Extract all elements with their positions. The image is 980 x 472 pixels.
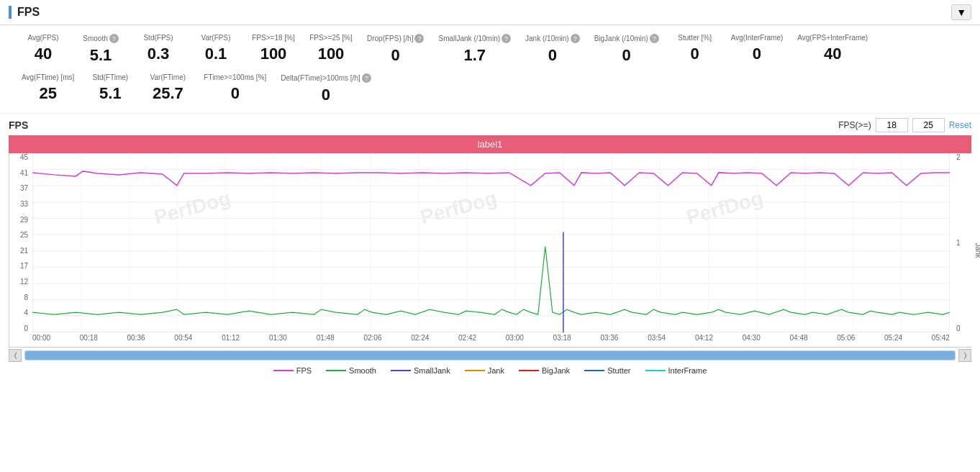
scrollbar-thumb[interactable]	[25, 351, 955, 360]
stat-item-5: FPS>=25 [%]100	[302, 31, 360, 66]
stat-item-0: Avg(FPS)40	[14, 31, 72, 66]
chart-area: label1 PerfDog PerfDog PerfDog 454137332…	[9, 135, 971, 348]
legend-line	[273, 370, 294, 371]
x-tick: 01:30	[269, 334, 287, 347]
dropdown-button[interactable]: ▼	[951, 4, 971, 20]
stat-item-row2-1: Std(FTime)5.1	[81, 71, 139, 106]
stat-item-row2-4: Delta(FTime)>100ms [/h]?0	[273, 71, 378, 107]
legend: FPSSmoothSmallJankJankBigJankStutterInte…	[0, 363, 980, 378]
x-tick: 00:54	[174, 334, 192, 347]
reset-button[interactable]: Reset	[949, 120, 971, 130]
info-icon[interactable]: ?	[109, 34, 119, 43]
x-tick: 05:06	[837, 334, 855, 347]
x-tick: 03:00	[506, 334, 524, 347]
legend-line	[326, 370, 346, 371]
legend-label: BigJank	[542, 366, 570, 375]
stat-item-row2-3: FTime>=100ms [%]0	[196, 71, 273, 106]
x-tick: 01:48	[317, 334, 335, 347]
x-tick: 00:00	[32, 334, 50, 347]
info-icon[interactable]: ?	[650, 34, 659, 43]
legend-item-smooth: Smooth	[326, 366, 376, 375]
x-tick: 01:12	[222, 334, 240, 347]
info-icon[interactable]: ?	[502, 34, 511, 43]
stat-item-7: SmallJank (/10min)?1.7	[431, 31, 518, 68]
info-icon[interactable]: ?	[571, 34, 580, 43]
legend-item-jank: Jank	[465, 366, 504, 375]
x-tick: 00:36	[127, 334, 145, 347]
fps-controls: FPS(>=) Reset	[838, 118, 971, 132]
scrollbar-container: 〈 〉	[9, 349, 971, 362]
legend-line	[584, 370, 604, 371]
legend-line	[391, 370, 411, 371]
fps-gte-label: FPS(>=)	[838, 120, 871, 130]
x-tick: 04:30	[743, 334, 761, 347]
stats-row2: Avg(FTime) [ms]25Std(FTime)5.1Var(FTime)…	[14, 68, 966, 107]
chart-svg	[32, 153, 950, 332]
x-axis: 00:0000:1800:3600:5401:1201:3001:4802:06…	[32, 334, 950, 347]
legend-label: Smooth	[349, 366, 376, 375]
legend-item-interframe: InterFrame	[645, 366, 707, 375]
legend-item-bigjank: BigJank	[519, 366, 570, 375]
stat-item-4: FPS>=18 [%]100	[245, 31, 302, 66]
header: FPS ▼	[0, 0, 980, 25]
stat-item-10: Stutter [%]0	[666, 31, 724, 66]
stats-section: Avg(FPS)40Smooth?5.1Std(FPS)0.3Var(FPS)0…	[0, 25, 980, 114]
x-tick: 02:06	[363, 334, 381, 347]
y-axis-right: 2 1 0	[953, 153, 971, 332]
chart-title: FPS	[9, 119, 28, 131]
y-axis-left: 454137332925211712840	[9, 153, 31, 332]
stat-item-12: Avg(FPS+InterFrame)40	[790, 31, 875, 66]
x-tick: 02:24	[411, 334, 429, 347]
legend-line	[645, 370, 666, 371]
legend-item-fps: FPS	[273, 366, 312, 375]
x-tick: 04:12	[695, 334, 713, 347]
x-tick: 02:42	[458, 334, 476, 347]
legend-label: FPS	[296, 366, 312, 375]
x-tick: 03:54	[648, 334, 666, 347]
legend-label: SmallJank	[414, 366, 450, 375]
stats-row1: Avg(FPS)40Smooth?5.1Std(FPS)0.3Var(FPS)0…	[14, 31, 966, 68]
chart-container: PerfDog PerfDog PerfDog 4541373329252117…	[9, 153, 971, 348]
legend-line	[519, 370, 539, 371]
scroll-left-button[interactable]: 〈	[9, 349, 22, 362]
x-tick: 04:48	[790, 334, 808, 347]
legend-label: Stutter	[607, 366, 630, 375]
title-text: FPS	[17, 6, 40, 19]
chart-inner	[32, 153, 950, 332]
scroll-right-button[interactable]: 〉	[958, 349, 971, 362]
x-tick: 03:36	[600, 334, 618, 347]
stat-item-row2-2: Var(FTime)25.7	[139, 71, 196, 106]
fps-input-18[interactable]	[876, 118, 908, 132]
stat-item-1: Smooth?5.1	[72, 31, 130, 68]
jank-axis-label: Jank	[974, 242, 980, 258]
x-tick: 00:18	[80, 334, 98, 347]
x-tick: 05:24	[884, 334, 902, 347]
stat-item-8: Jank (/10min)?0	[518, 31, 587, 68]
x-tick: 05:42	[932, 334, 950, 347]
stat-item-9: BigJank (/10min)?0	[587, 31, 666, 68]
stat-item-6: Drop(FPS) [/h]?0	[360, 31, 431, 68]
label1-bar: label1	[9, 135, 971, 153]
legend-label: InterFrame	[668, 366, 707, 375]
legend-item-smalljank: SmallJank	[391, 366, 450, 375]
page-title: FPS	[9, 6, 40, 19]
stat-item-row2-0: Avg(FTime) [ms]25	[14, 71, 81, 106]
fps-input-25[interactable]	[912, 118, 945, 132]
legend-label: Jank	[488, 366, 504, 375]
legend-item-stutter: Stutter	[584, 366, 630, 375]
legend-line	[465, 370, 485, 371]
scrollbar-track[interactable]	[24, 350, 956, 360]
stat-item-3: Var(FPS)0.1	[187, 31, 245, 66]
x-tick: 03:18	[553, 334, 571, 347]
stat-item-2: Std(FPS)0.3	[130, 31, 187, 66]
info-icon[interactable]: ?	[414, 34, 424, 43]
stat-item-11: Avg(InterFrame)0	[724, 31, 791, 66]
chart-header: FPS FPS(>=) Reset	[0, 114, 980, 135]
info-icon[interactable]: ?	[362, 73, 371, 83]
